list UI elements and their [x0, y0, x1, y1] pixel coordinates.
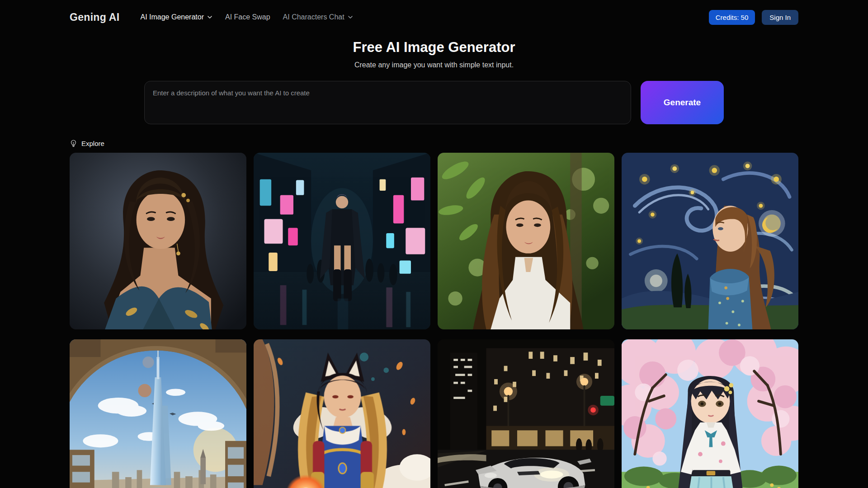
artwork-fox-sorceress [254, 339, 430, 488]
prompt-input[interactable] [144, 81, 631, 124]
nav-item-label: AI Image Generator [140, 13, 204, 21]
header-actions: Credits: 50 Sign In [709, 10, 798, 25]
nav-item-ai-characters-chat[interactable]: AI Characters Chat [283, 13, 353, 21]
gallery-grid [70, 153, 798, 488]
gallery-image-fox-sorceress[interactable] [254, 339, 430, 488]
nav-item-label: AI Face Swap [225, 13, 270, 21]
gallery-image-cyberpunk-street[interactable] [254, 153, 430, 329]
page: Gening AI AI Image Generator AI Face Swa… [0, 0, 868, 488]
gallery-image-future-city[interactable] [70, 339, 246, 488]
explore-label: Explore [81, 140, 104, 147]
gallery-image-sakura-girl[interactable] [622, 339, 798, 488]
explore-section-header: Explore [70, 140, 798, 147]
artwork-starry-night [622, 153, 798, 329]
artwork-sakura-girl [622, 339, 798, 488]
page-title: Free AI Image Generator [70, 39, 798, 56]
chevron-down-icon [207, 14, 212, 20]
artwork-cyberpunk-street [254, 153, 430, 329]
gallery-image-forest-portrait[interactable] [438, 153, 614, 329]
nav-item-ai-face-swap[interactable]: AI Face Swap [225, 13, 270, 21]
header: Gening AI AI Image Generator AI Face Swa… [70, 0, 798, 25]
lightbulb-icon [70, 140, 77, 147]
nav-item-label: AI Characters Chat [283, 13, 344, 21]
gallery-image-night-car[interactable] [438, 339, 614, 488]
nav-item-ai-image-generator[interactable]: AI Image Generator [140, 13, 212, 21]
artwork-night-car [438, 339, 614, 488]
gallery-image-starry-night-painting[interactable] [622, 153, 798, 329]
generate-button[interactable]: Generate [641, 81, 724, 124]
logo[interactable]: Gening AI [70, 11, 119, 23]
main-nav: AI Image Generator AI Face Swap AI Chara… [140, 13, 353, 21]
chevron-down-icon [348, 14, 353, 20]
sign-in-button[interactable]: Sign In [762, 10, 798, 25]
prompt-section: Generate [144, 81, 724, 124]
artwork-forest-portrait [438, 153, 614, 329]
credits-badge[interactable]: Credits: 50 [709, 10, 755, 25]
artwork-fantasy-portrait [70, 153, 246, 329]
artwork-future-city [70, 339, 246, 488]
page-subtitle: Create any image you want with simple te… [70, 61, 798, 69]
gallery-image-fantasy-portrait[interactable] [70, 153, 246, 329]
